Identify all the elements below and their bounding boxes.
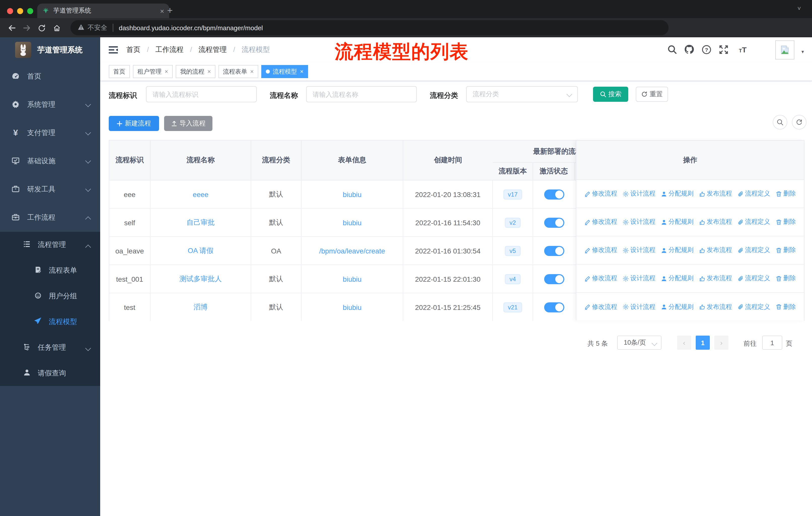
process-name-link[interactable]: eeee: [193, 190, 208, 198]
assign-rule-action[interactable]: 分配规则: [661, 189, 694, 198]
sidebar-item-user-group[interactable]: 用户分组: [0, 283, 100, 309]
sidebar-item-home[interactable]: 首页: [0, 62, 100, 91]
assign-rule-action[interactable]: 分配规则: [661, 274, 694, 283]
delete-action[interactable]: 删除: [776, 274, 796, 283]
form-info-link[interactable]: biubiu: [343, 275, 362, 283]
reset-button[interactable]: 重置: [636, 87, 668, 102]
design-process-action[interactable]: 设计流程: [623, 246, 656, 254]
tag-home[interactable]: 首页: [109, 65, 130, 78]
form-info-link[interactable]: /bpm/oa/leave/create: [319, 247, 385, 255]
github-icon[interactable]: [684, 44, 694, 56]
publish-process-action[interactable]: 发布流程: [699, 218, 732, 226]
active-toggle[interactable]: [544, 274, 564, 284]
sidebar-collapse-icon[interactable]: [109, 46, 118, 55]
delete-action[interactable]: 删除: [776, 246, 796, 254]
current-page-button[interactable]: 1: [696, 335, 710, 350]
new-tab-button[interactable]: +: [167, 4, 173, 17]
reload-button[interactable]: [34, 23, 49, 32]
tag-close-icon[interactable]: ×: [250, 68, 254, 75]
home-button[interactable]: [49, 23, 64, 32]
modify-process-action[interactable]: 修改流程: [584, 189, 617, 198]
process-category-select[interactable]: 流程分类: [466, 86, 578, 102]
back-button[interactable]: [4, 23, 19, 32]
next-page-button[interactable]: ›: [714, 335, 728, 350]
process-definition-action[interactable]: 流程定义: [737, 274, 770, 283]
active-toggle[interactable]: [544, 217, 564, 227]
modify-process-action[interactable]: 修改流程: [584, 274, 617, 283]
sidebar-item-leave-query[interactable]: 请假查询: [0, 360, 100, 386]
refresh-table-button[interactable]: [792, 115, 807, 130]
goto-page-input[interactable]: [762, 335, 782, 350]
help-icon[interactable]: ?: [702, 45, 711, 56]
modify-process-action[interactable]: 修改流程: [584, 246, 617, 254]
publish-process-action[interactable]: 发布流程: [699, 189, 732, 198]
tag-close-icon[interactable]: ×: [207, 68, 211, 75]
sidebar-item-infra[interactable]: 基础设施: [0, 147, 100, 175]
sidebar-item-workflow[interactable]: 工作流程: [0, 203, 100, 232]
design-process-action[interactable]: 设计流程: [623, 274, 656, 283]
zoom-window-button[interactable]: [27, 8, 33, 14]
tag-tenant[interactable]: 租户管理×: [133, 65, 173, 78]
close-window-button[interactable]: [7, 8, 13, 14]
process-definition-action[interactable]: 流程定义: [737, 189, 770, 198]
process-id-input[interactable]: [146, 86, 257, 102]
breadcrumb-process-manage[interactable]: 流程管理: [199, 45, 227, 53]
modify-process-action[interactable]: 修改流程: [584, 218, 617, 226]
publish-process-action[interactable]: 发布流程: [699, 274, 732, 283]
process-definition-action[interactable]: 流程定义: [737, 246, 770, 254]
process-name-link[interactable]: 测试多审批人: [179, 274, 222, 283]
process-name-link[interactable]: 滔博: [194, 303, 208, 312]
delete-action[interactable]: 删除: [776, 303, 796, 311]
process-definition-action[interactable]: 流程定义: [737, 303, 770, 311]
process-name-input[interactable]: [306, 86, 417, 102]
publish-process-action[interactable]: 发布流程: [699, 303, 732, 311]
browser-tab[interactable]: 芋道管理系统 ×: [37, 3, 169, 18]
assign-rule-action[interactable]: 分配规则: [661, 246, 694, 254]
tag-my-process[interactable]: 我的流程×: [176, 65, 215, 78]
process-name-link[interactable]: 自己审批: [186, 218, 215, 227]
sidebar-item-system[interactable]: 系统管理: [0, 91, 100, 119]
active-toggle[interactable]: [544, 246, 564, 256]
sidebar-item-process-manage[interactable]: 流程管理: [0, 232, 100, 257]
delete-action[interactable]: 删除: [776, 218, 796, 226]
import-process-button[interactable]: 导入流程: [164, 116, 212, 131]
hide-search-button[interactable]: [773, 115, 787, 130]
fullscreen-icon[interactable]: [719, 45, 728, 56]
prev-page-button[interactable]: ‹: [677, 335, 691, 350]
sidebar-item-task-manage[interactable]: 任务管理: [0, 334, 100, 360]
form-info-link[interactable]: biubiu: [343, 190, 362, 198]
sidebar-item-payment[interactable]: ¥ 支付管理: [0, 119, 100, 147]
tag-process-model[interactable]: 流程模型×: [261, 65, 308, 78]
form-info-link[interactable]: biubiu: [343, 303, 362, 311]
sidebar-item-process-form[interactable]: 流程表单: [0, 257, 100, 283]
process-definition-action[interactable]: 流程定义: [737, 218, 770, 226]
avatar[interactable]: [775, 40, 794, 59]
sidebar-item-process-model[interactable]: 流程模型: [0, 309, 100, 334]
avatar-caret-icon[interactable]: ▾: [802, 49, 804, 54]
design-process-action[interactable]: 设计流程: [623, 303, 656, 311]
forward-button[interactable]: [19, 23, 34, 32]
tab-strip-caret-icon[interactable]: ˅: [798, 5, 801, 12]
create-process-button[interactable]: 新建流程: [109, 116, 159, 131]
tab-close-icon[interactable]: ×: [160, 7, 164, 15]
publish-process-action[interactable]: 发布流程: [699, 246, 732, 254]
assign-rule-action[interactable]: 分配规则: [661, 303, 694, 311]
modify-process-action[interactable]: 修改流程: [584, 303, 617, 311]
search-icon[interactable]: [668, 45, 677, 56]
assign-rule-action[interactable]: 分配规则: [661, 218, 694, 226]
tag-close-icon[interactable]: ×: [300, 68, 303, 75]
sidebar-item-devtools[interactable]: 研发工具: [0, 175, 100, 203]
address-bar[interactable]: 不安全 dashboard.yudao.iocoder.cn/bpm/manag…: [70, 20, 669, 35]
form-info-link[interactable]: biubiu: [343, 218, 362, 226]
design-process-action[interactable]: 设计流程: [623, 189, 656, 198]
breadcrumb-home[interactable]: 首页: [126, 45, 141, 53]
tag-close-icon[interactable]: ×: [165, 68, 168, 75]
design-process-action[interactable]: 设计流程: [623, 218, 656, 226]
tag-process-form[interactable]: 流程表单×: [219, 65, 258, 78]
minimize-window-button[interactable]: [17, 8, 23, 14]
search-button[interactable]: 搜索: [593, 87, 628, 102]
page-size-select[interactable]: 10条/页: [617, 335, 662, 350]
active-toggle[interactable]: [544, 189, 564, 199]
active-toggle[interactable]: [544, 302, 564, 312]
process-name-link[interactable]: OA 请假: [188, 246, 214, 255]
